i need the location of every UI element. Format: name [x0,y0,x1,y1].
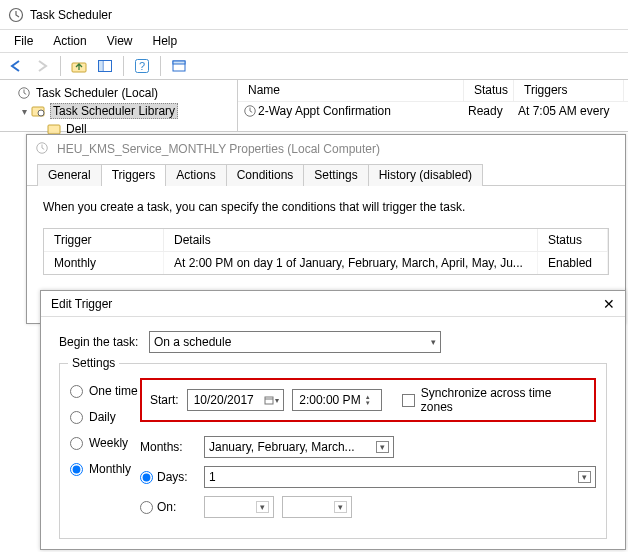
menubar: File Action View Help [0,30,628,52]
help-icon: ? [134,58,150,74]
up-folder-button[interactable] [67,54,91,78]
folder-up-icon [71,58,87,74]
radio-weekly[interactable]: Weekly [70,430,140,456]
frequency-radios: One time Daily Weekly Monthly [70,378,140,518]
tree-root-label: Task Scheduler (Local) [36,86,158,100]
tab-description: When you create a task, you can specify … [43,200,609,214]
show-hide-pane-button[interactable] [93,54,117,78]
clock-icon [16,85,32,101]
properties-title: HEU_KMS_Service_MONTHLY Properties (Loca… [57,142,380,156]
toolbar: ? [0,52,628,80]
header-trigger[interactable]: Trigger [44,229,164,252]
svg-text:?: ? [139,60,145,72]
tree-library-label: Task Scheduler Library [50,103,178,119]
sync-label: Synchronize across time zones [421,386,586,414]
chevron-down-icon: ▾ [275,396,279,405]
header-status[interactable]: Status [464,80,514,101]
start-date-field[interactable]: 10/20/2017 ▾ [187,389,285,411]
months-label: Months: [140,440,196,454]
tab-triggers[interactable]: Triggers [101,164,167,186]
start-time-field[interactable]: 2:00:00 PM ▲▼ [292,389,382,411]
header-name[interactable]: Name [238,80,464,101]
menu-view[interactable]: View [97,32,143,50]
tab-conditions[interactable]: Conditions [226,164,305,186]
arrow-right-icon [34,58,50,74]
folder-clock-icon [30,103,46,119]
days-value: 1 [209,470,216,484]
main-panes: Task Scheduler (Local) ▾ Task Scheduler … [0,80,628,132]
menu-help[interactable]: Help [143,32,188,50]
radio-days[interactable]: Days: [140,470,196,484]
begin-task-select[interactable]: On a schedule ▾ [149,331,441,353]
svg-point-11 [38,110,44,116]
begin-task-value: On a schedule [154,335,231,349]
days-select[interactable]: 1 ▾ [204,466,596,488]
chevron-down-icon: ▾ [431,337,436,347]
start-time-value: 2:00:00 PM [299,393,360,407]
task-list-pane[interactable]: Name Status Triggers 2-Way Appt Confirma… [238,80,628,131]
tab-actions[interactable]: Actions [165,164,226,186]
triggers-table[interactable]: Trigger Details Status Monthly At 2:00 P… [43,228,609,275]
months-select[interactable]: January, February, March... ▾ [204,436,394,458]
edit-trigger-titlebar: Edit Trigger ✕ [41,291,625,317]
svg-rect-15 [265,397,273,404]
tree-pane[interactable]: Task Scheduler (Local) ▾ Task Scheduler … [0,80,238,131]
properties-titlebar: HEU_KMS_Service_MONTHLY Properties (Loca… [27,135,625,163]
chevron-down-icon: ▾ [334,501,347,513]
window-titlebar: Task Scheduler [0,0,628,30]
task-name: 2-Way Appt Confirmation [258,104,468,118]
svg-rect-4 [99,61,103,71]
spin-down-icon: ▼ [365,400,371,406]
tree-root[interactable]: Task Scheduler (Local) [2,84,235,102]
panes-icon [97,58,113,74]
task-trigger: At 7:05 AM every [518,104,628,118]
chevron-down-icon: ▾ [256,501,269,513]
header-details[interactable]: Details [164,229,538,252]
radio-onetime[interactable]: One time [70,378,140,404]
settings-group-label: Settings [68,356,119,370]
new-window-icon [171,58,187,74]
clock-icon [242,104,258,118]
svg-rect-12 [48,125,60,134]
radio-monthly[interactable]: Monthly [70,456,140,482]
back-button[interactable] [4,54,28,78]
forward-button [30,54,54,78]
window-title: Task Scheduler [30,8,112,22]
expanded-icon[interactable]: ▾ [18,106,30,117]
clock-icon [35,141,51,157]
properties-tabs: General Triggers Actions Conditions Sett… [27,163,625,185]
calendar-icon [264,395,274,405]
task-status: Ready [468,104,518,118]
radio-on[interactable]: On: [140,500,196,514]
menu-action[interactable]: Action [43,32,96,50]
sync-timezones-checkbox[interactable]: Synchronize across time zones [402,386,586,414]
start-date-value: 10/20/2017 [194,393,254,407]
svg-rect-8 [173,61,185,64]
header-status[interactable]: Status [538,229,608,252]
chevron-down-icon: ▾ [376,441,389,453]
months-value: January, February, March... [209,440,355,454]
settings-group: Settings One time Daily Weekly Monthly S… [59,363,607,539]
tab-history[interactable]: History (disabled) [368,164,483,186]
arrow-left-icon [8,58,24,74]
start-highlight-box: Start: 10/20/2017 ▾ 2:00:00 PM ▲▼ [140,378,596,422]
chevron-down-icon: ▾ [578,471,591,483]
edit-trigger-dialog: Edit Trigger ✕ Begin the task: On a sche… [40,290,626,550]
edit-trigger-title: Edit Trigger [51,297,112,311]
trigger-row[interactable]: Monthly At 2:00 PM on day 1 of January, … [44,252,608,274]
refresh-button[interactable] [167,54,191,78]
task-row[interactable]: 2-Way Appt Confirmation Ready At 7:05 AM… [238,102,628,120]
trigger-type: Monthly [44,252,164,274]
tree-library[interactable]: ▾ Task Scheduler Library [2,102,235,120]
header-triggers[interactable]: Triggers [514,80,624,101]
task-list-header: Name Status Triggers [238,80,628,102]
help-button[interactable]: ? [130,54,154,78]
radio-daily[interactable]: Daily [70,404,140,430]
tab-general[interactable]: General [37,164,102,186]
time-spinner[interactable]: ▲▼ [365,394,371,406]
clock-icon [8,7,24,23]
checkbox-icon [402,394,415,407]
close-button[interactable]: ✕ [603,296,615,312]
tab-settings[interactable]: Settings [303,164,368,186]
menu-file[interactable]: File [4,32,43,50]
